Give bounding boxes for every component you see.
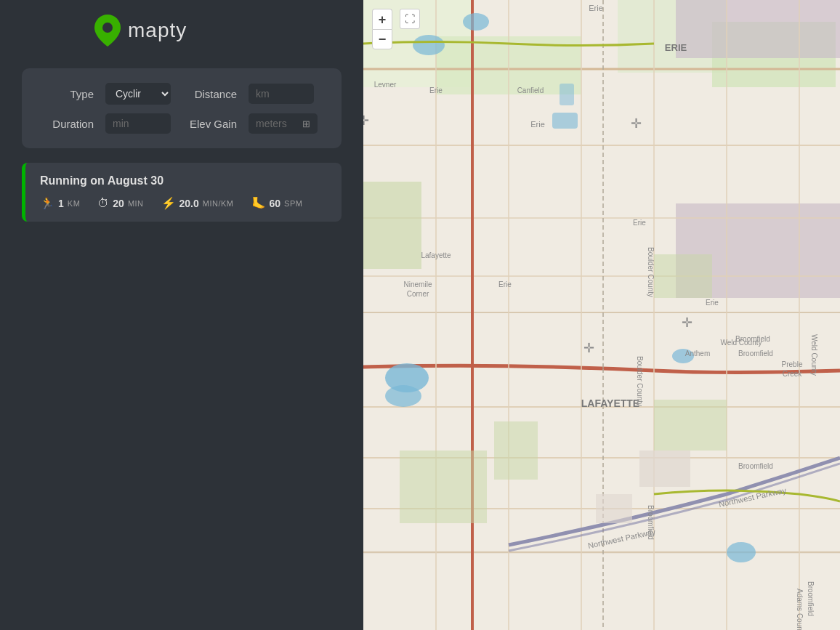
svg-text:✛: ✛ <box>631 116 642 131</box>
svg-rect-1 <box>363 0 840 630</box>
svg-text:✛: ✛ <box>583 341 594 355</box>
svg-rect-32 <box>552 113 578 129</box>
zoom-in-button[interactable]: + <box>372 9 392 29</box>
svg-text:Weld County: Weld County <box>720 339 762 347</box>
svg-text:Broomfield: Broomfield <box>738 350 773 358</box>
workout-form: Type Cyclir Running Distance Duration El… <box>22 68 342 148</box>
svg-text:Broomfield: Broomfield <box>807 581 815 616</box>
svg-rect-34 <box>363 182 421 269</box>
type-label: Type <box>39 88 94 100</box>
svg-rect-37 <box>494 421 538 480</box>
svg-text:Boulder County: Boulder County <box>647 247 655 297</box>
elev-unit-icon: ⊞ <box>302 118 310 129</box>
svg-rect-36 <box>400 451 487 523</box>
svg-text:ERIE: ERIE <box>665 42 687 53</box>
map-svg: Erie Erie Canfield Erie Levner ERIE Erie… <box>363 0 840 630</box>
logo-area: mapty <box>22 15 342 47</box>
duration-label: Duration <box>39 118 94 130</box>
timer-icon: ⏱ <box>97 197 109 210</box>
type-select[interactable]: Cyclir Running <box>105 83 171 105</box>
zoom-out-button[interactable]: − <box>372 29 392 49</box>
running-icon: 🏃 <box>40 196 54 210</box>
svg-text:Erie: Erie <box>706 299 719 307</box>
stat-duration: ⏱ 20 MIN <box>97 197 143 210</box>
stat-distance: 🏃 1 KM <box>40 196 80 210</box>
svg-text:Boulder County: Boulder County <box>636 356 644 406</box>
svg-text:Erie: Erie <box>633 219 646 227</box>
svg-text:Corner: Corner <box>407 290 429 298</box>
svg-text:Broomfield: Broomfield <box>738 462 773 470</box>
svg-text:Erie: Erie <box>429 86 443 94</box>
svg-text:LAFAYETTE: LAFAYETTE <box>581 397 639 409</box>
elev-gain-input[interactable] <box>256 118 299 129</box>
map-area: + − ⛶ <box>363 0 840 630</box>
svg-text:✛: ✛ <box>363 113 369 128</box>
svg-text:Anthem: Anthem <box>685 350 710 358</box>
svg-point-27 <box>385 385 421 407</box>
stat-pace: ⚡ 20.0 MIN/KM <box>161 196 234 210</box>
svg-point-29 <box>413 35 445 55</box>
workout-stats: 🏃 1 KM ⏱ 20 MIN ⚡ 20.0 MIN/KM 🦶 60 SPM <box>40 196 327 210</box>
svg-rect-35 <box>654 254 712 298</box>
stat-cadence: 🦶 60 SPM <box>251 196 303 210</box>
distance-label: Distance <box>182 88 237 100</box>
svg-text:Adams County: Adams County <box>796 589 804 630</box>
svg-text:Canfield: Canfield <box>517 86 544 94</box>
app-title: mapty <box>128 19 187 42</box>
elev-gain-label: Elev Gain <box>182 118 237 130</box>
svg-text:Weld County: Weld County <box>810 334 818 376</box>
svg-text:Lafayette: Lafayette <box>421 251 451 259</box>
svg-rect-39 <box>639 451 690 487</box>
svg-rect-40 <box>596 494 632 523</box>
left-panel: mapty Type Cyclir Running Distance Durat… <box>0 0 363 630</box>
svg-text:Erie: Erie <box>498 280 512 288</box>
svg-rect-33 <box>560 84 574 105</box>
form-row-2: Duration Elev Gain ⊞ <box>39 113 324 134</box>
svg-text:Preble: Preble <box>782 360 803 368</box>
lightning-icon: ⚡ <box>161 196 176 210</box>
svg-rect-38 <box>654 400 727 451</box>
workout-card[interactable]: Running on August 30 🏃 1 KM ⏱ 20 MIN ⚡ 2… <box>22 163 342 222</box>
svg-point-31 <box>727 542 756 562</box>
distance-input[interactable] <box>249 84 314 104</box>
svg-point-0 <box>102 23 113 33</box>
svg-text:Erie: Erie <box>530 120 545 129</box>
svg-text:Erie: Erie <box>589 4 603 12</box>
svg-text:✛: ✛ <box>682 315 692 330</box>
workout-title: Running on August 30 <box>40 174 327 187</box>
foot-icon: 🦶 <box>251 196 266 210</box>
svg-rect-6 <box>676 0 840 58</box>
elev-gain-field: ⊞ <box>249 113 318 134</box>
fullscreen-button[interactable]: ⛶ <box>400 9 420 29</box>
pin-icon <box>94 15 121 47</box>
svg-text:Creek: Creek <box>783 370 803 378</box>
svg-text:Levner: Levner <box>374 81 397 89</box>
svg-point-28 <box>463 13 489 31</box>
duration-input[interactable] <box>105 113 171 134</box>
form-row-1: Type Cyclir Running Distance <box>39 83 324 105</box>
svg-text:Ninemile: Ninemile <box>404 280 432 288</box>
map-zoom-controls: + − <box>372 9 392 49</box>
